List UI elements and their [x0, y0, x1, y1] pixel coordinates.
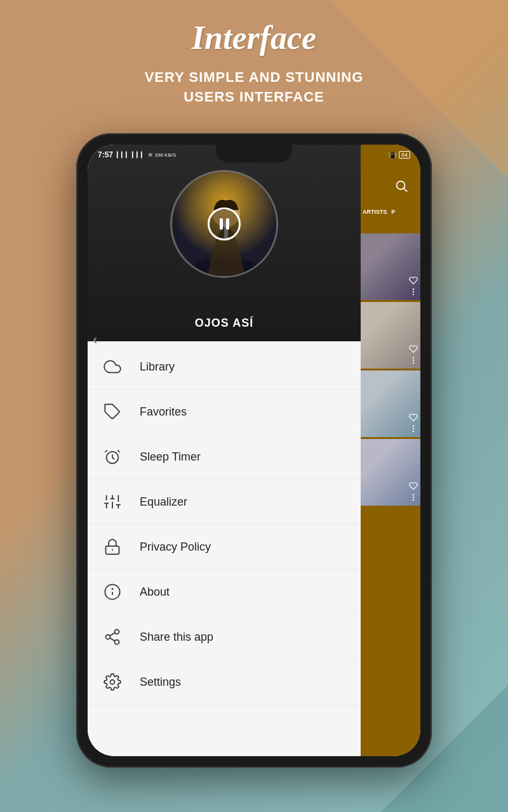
status-battery: 84	[399, 151, 410, 159]
menu-label-library: Library	[140, 360, 175, 374]
menu-label-about: About	[140, 586, 170, 599]
header-area: Interface VERY SIMPLE AND STUNNING USERS…	[0, 19, 508, 107]
page-subtitle: VERY SIMPLE AND STUNNING USERS INTERFACE	[0, 68, 508, 107]
side-drawer: Library Favorites	[88, 341, 361, 756]
menu-label-favorites: Favorites	[140, 405, 187, 419]
svg-point-8	[413, 426, 413, 426]
right-music-item	[360, 302, 420, 369]
phone-device: 7:57 ▎▎▎ ▎▎▎ ≋ 396 KB/S 📳 84 ARTISTS P	[76, 133, 432, 768]
svg-point-12	[413, 497, 413, 497]
svg-point-2	[413, 289, 413, 289]
settings-icon	[100, 670, 124, 694]
svg-point-9	[413, 428, 413, 429]
menu-item-favorites[interactable]: Favorites	[88, 390, 361, 435]
menu-item-settings[interactable]: Settings	[88, 660, 361, 705]
status-icons-right: 📳 84	[389, 151, 410, 159]
menu-item-about[interactable]: About	[88, 570, 361, 615]
status-vibrate: 📳	[389, 152, 396, 159]
status-signal: ▎▎▎ ▎▎▎	[117, 152, 145, 158]
back-arrow[interactable]: ‹	[93, 332, 97, 348]
pause-icon	[220, 218, 229, 230]
menu-label-privacy-policy: Privacy Policy	[140, 540, 211, 554]
right-panel: ARTISTS P	[360, 145, 420, 756]
page-title: Interface	[0, 19, 508, 56]
svg-line-39	[110, 633, 115, 636]
pause-bar-left	[220, 218, 223, 230]
svg-point-0	[397, 181, 405, 190]
lock-icon	[100, 535, 124, 559]
menu-label-equalizer: Equalizer	[140, 495, 187, 509]
info-icon	[100, 580, 124, 604]
phone-screen: 7:57 ▎▎▎ ▎▎▎ ≋ 396 KB/S 📳 84 ARTISTS P	[88, 145, 420, 756]
menu-item-library[interactable]: Library	[88, 344, 361, 390]
menu-item-sleep-timer[interactable]: Sleep Timer	[88, 435, 361, 480]
menu-label-share: Share this app	[140, 631, 213, 644]
svg-point-6	[413, 360, 413, 360]
svg-line-1	[404, 188, 407, 192]
svg-point-11	[413, 494, 413, 495]
svg-point-4	[413, 294, 413, 295]
tab-p[interactable]: P	[391, 209, 395, 215]
pause-overlay[interactable]	[172, 172, 276, 276]
item-actions	[409, 344, 418, 365]
menu-label-settings: Settings	[140, 676, 181, 689]
right-tabs: ARTISTS P	[360, 208, 420, 215]
svg-point-13	[413, 500, 413, 501]
sliders-icon	[100, 490, 124, 514]
right-music-item	[360, 370, 420, 437]
share-icon	[100, 625, 124, 649]
menu-label-sleep-timer: Sleep Timer	[140, 450, 201, 464]
item-actions	[409, 413, 418, 433]
menu-item-equalizer[interactable]: Equalizer	[88, 480, 361, 525]
status-data: 396 KB/S	[155, 152, 177, 158]
phone-notch	[216, 145, 292, 162]
right-music-item	[360, 233, 420, 300]
pause-button[interactable]	[208, 207, 241, 240]
status-wifi: ≋	[148, 152, 153, 158]
album-art	[170, 170, 278, 278]
clock-icon	[100, 445, 124, 469]
status-time: 7:57	[98, 150, 113, 159]
svg-point-10	[413, 431, 413, 432]
item-actions	[409, 481, 418, 502]
menu-item-share[interactable]: Share this app	[88, 615, 361, 660]
svg-point-36	[106, 635, 110, 639]
right-music-item	[360, 439, 420, 506]
now-playing-section: OJOS ASÍ	[88, 145, 361, 341]
song-title: OJOS ASÍ	[88, 317, 361, 330]
svg-point-7	[413, 363, 413, 363]
pause-bar-right	[226, 218, 229, 230]
search-button-right[interactable]	[392, 176, 411, 195]
svg-point-35	[115, 629, 119, 634]
cloud-icon	[100, 355, 124, 379]
tab-artists[interactable]: ARTISTS	[363, 209, 387, 215]
right-music-list	[360, 233, 420, 508]
svg-point-3	[413, 291, 413, 292]
tag-icon	[100, 400, 124, 424]
svg-point-40	[110, 680, 115, 684]
svg-point-5	[413, 357, 413, 358]
item-actions	[409, 276, 418, 296]
svg-point-37	[115, 640, 119, 645]
menu-item-privacy-policy[interactable]: Privacy Policy	[88, 525, 361, 570]
svg-line-38	[110, 638, 115, 641]
